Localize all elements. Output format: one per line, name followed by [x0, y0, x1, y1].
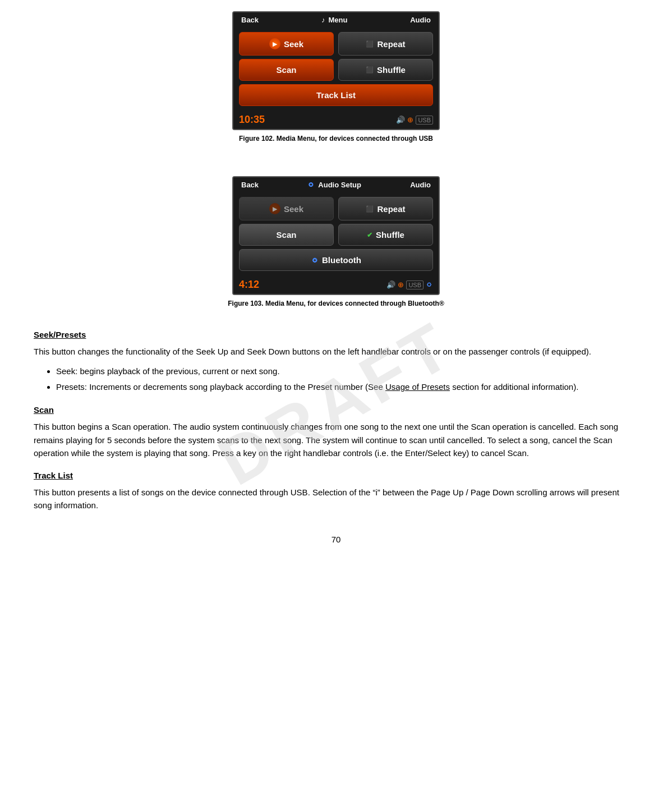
audio-label-103: Audio	[410, 181, 431, 189]
footer-icons-103: 🔊 ⊕ USB ⭘	[386, 280, 433, 289]
screen-header-103: Back ⭘ Audio Setup Audio	[233, 177, 439, 192]
footer-icons-102: 🔊 ⊕ USB	[396, 116, 433, 125]
bt-footer-icon-103: ⭘	[426, 280, 433, 289]
bluetooth-icon-103: ⭘	[307, 181, 315, 189]
screen-footer-102: 10:35 🔊 ⊕ USB	[233, 111, 439, 129]
track-list-paragraph: This button presents a list of songs on …	[34, 486, 638, 512]
shuffle-icon-102: ⬛	[366, 66, 374, 73]
content-area: Seek/Presets This button changes the fun…	[34, 330, 638, 512]
title-103: ⭘ Audio Setup	[307, 181, 361, 189]
btn-row-1-102: ▶ Seek ⬛ Repeat	[239, 32, 433, 56]
usage-of-presets-link[interactable]: Usage of Presets	[385, 382, 450, 392]
harley-icon-102: ⊕	[407, 116, 413, 124]
repeat-btn-102[interactable]: ⬛ Repeat	[338, 32, 433, 56]
scan-btn-103[interactable]: Scan	[239, 224, 334, 246]
music-icon-102: ♪	[321, 16, 325, 24]
screen-buttons-102: ▶ Seek ⬛ Repeat Scan	[233, 27, 439, 111]
seek-presets-intro: This button changes the functionality of…	[34, 345, 638, 358]
figure102: Back ♪ Menu Audio ▶ Seek	[232, 11, 440, 142]
back-label-103: Back	[241, 181, 259, 189]
repeat-btn-103[interactable]: ⬛ Repeat	[338, 197, 433, 220]
screen-header-102: Back ♪ Menu Audio	[233, 12, 439, 27]
seek-btn-102[interactable]: ▶ Seek	[239, 32, 334, 56]
device-screen-102: Back ♪ Menu Audio ▶ Seek	[232, 11, 440, 130]
title-102: ♪ Menu	[321, 16, 347, 24]
figure103-caption: Figure 103. Media Menu, for devices conn…	[228, 300, 444, 307]
list-item-presets: Presets: Increments or decrements song p…	[56, 380, 638, 394]
speaker-icon-103: 🔊	[386, 280, 395, 289]
list-item-seek: Seek: begins playback of the previous, c…	[56, 365, 638, 378]
harley-icon-103: ⊕	[398, 280, 404, 289]
device-screen-103: Back ⭘ Audio Setup Audio ▶ Seek	[232, 176, 440, 295]
shuffle-btn-103[interactable]: ✔ Shuffle	[338, 224, 433, 246]
time-102: 10:35	[239, 114, 265, 126]
scan-btn-102[interactable]: Scan	[239, 59, 334, 81]
btn-row-3-102: Track List	[239, 84, 433, 106]
seek-presets-list: Seek: begins playback of the previous, c…	[56, 365, 638, 394]
btn-row-1-103: ▶ Seek ⬛ Repeat	[239, 197, 433, 220]
tracklist-btn-102[interactable]: Track List	[239, 84, 433, 106]
bt-btn-icon-103: ⭘	[311, 256, 319, 265]
page-number: 70	[34, 535, 638, 544]
shuffle-check-icon-103: ✔	[367, 231, 372, 239]
usb-icon-103: USB	[406, 280, 424, 289]
btn-row-2-103: Scan ✔ Shuffle	[239, 224, 433, 246]
speaker-icon-102: 🔊	[396, 116, 405, 124]
shuffle-btn-102[interactable]: ⬛ Shuffle	[338, 59, 433, 81]
seek-btn-103[interactable]: ▶ Seek	[239, 197, 334, 220]
audio-label-102: Audio	[410, 16, 431, 24]
figure103-container: Back ⭘ Audio Setup Audio ▶ Seek	[34, 176, 638, 319]
bluetooth-btn-103[interactable]: ⭘ Bluetooth	[239, 249, 433, 271]
scan-paragraph: This button begins a Scan operation. The…	[34, 420, 638, 459]
time-103: 4:12	[239, 279, 259, 291]
screen-footer-103: 4:12 🔊 ⊕ USB ⭘	[233, 275, 439, 294]
btn-row-2-102: Scan ⬛ Shuffle	[239, 59, 433, 81]
figure103: Back ⭘ Audio Setup Audio ▶ Seek	[228, 176, 444, 307]
repeat-icon-102: ⬛	[366, 40, 374, 48]
back-label-102: Back	[241, 16, 259, 24]
screen-buttons-103: ▶ Seek ⬛ Repeat Scan	[233, 192, 439, 275]
repeat-icon-103: ⬛	[366, 205, 374, 213]
track-list-heading: Track List	[34, 471, 638, 480]
usb-icon-102: USB	[416, 116, 433, 125]
figure102-container: Back ♪ Menu Audio ▶ Seek	[34, 11, 638, 154]
scan-heading: Scan	[34, 405, 638, 415]
seek-presets-heading: Seek/Presets	[34, 330, 638, 339]
figure102-caption: Figure 102. Media Menu, for devices conn…	[239, 135, 433, 142]
page-container: DRAFT Back ♪ Menu Audio	[0, 0, 672, 805]
btn-row-3-103: ⭘ Bluetooth	[239, 249, 433, 271]
seek-icon-102: ▶	[269, 38, 280, 49]
seek-icon-103: ▶	[269, 203, 280, 214]
